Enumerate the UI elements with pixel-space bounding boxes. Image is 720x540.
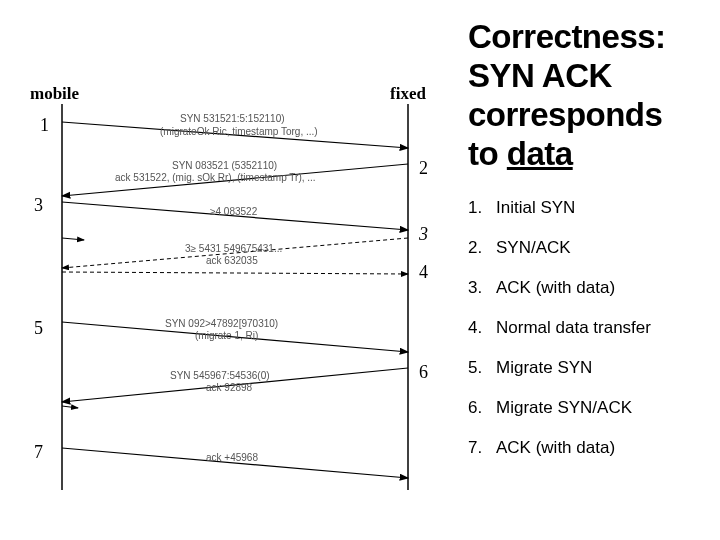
step-num-6: 6.	[468, 398, 496, 418]
msg-7: ack +45968	[206, 452, 258, 463]
list-item: 6. Migrate SYN/ACK	[468, 398, 704, 418]
step-text-7: ACK (with data)	[496, 438, 704, 458]
msg-4b: ack 632035	[206, 255, 258, 266]
step-num-1: 1.	[468, 198, 496, 218]
list-item: 2. SYN/ACK	[468, 238, 704, 258]
actor-fixed-label: fixed	[390, 84, 426, 104]
title-line-2: SYN ACK	[468, 57, 612, 94]
step-text-5: Migrate SYN	[496, 358, 704, 378]
seq-num-7: 7	[34, 442, 43, 463]
title-line-3: corresponds	[468, 96, 662, 133]
svg-line-10	[62, 406, 78, 408]
msg-2b: ack 531522, (mig. sOk Rr), (timestamp Tr…	[115, 172, 316, 183]
title-line-4a: to	[468, 135, 507, 172]
step-num-3: 3.	[468, 278, 496, 298]
seq-num-3: 3	[34, 195, 43, 216]
msg-5b: (migrate 1, Ri)	[195, 330, 258, 341]
steps-list: 1. Initial SYN 2. SYN/ACK 3. ACK (with d…	[468, 198, 704, 458]
step-num-4: 4.	[468, 318, 496, 338]
actor-mobile-label: mobile	[30, 84, 79, 104]
msg-6b: ack 92898	[206, 382, 252, 393]
seq-num-4: 4	[419, 262, 428, 283]
list-item: 3. ACK (with data)	[468, 278, 704, 298]
step-num-5: 5.	[468, 358, 496, 378]
step-num-7: 7.	[468, 438, 496, 458]
msg-2a: SYN 083521 (5352110)	[172, 160, 277, 171]
step-text-6: Migrate SYN/ACK	[496, 398, 704, 418]
msg-1a: SYN 531521:5:152110)	[180, 113, 285, 124]
title-line-1: Correctness:	[468, 18, 666, 55]
list-item: 7. ACK (with data)	[468, 438, 704, 458]
slide-title: Correctness: SYN ACK corresponds to data	[468, 18, 704, 174]
slide: mobile fixed 1 2 3 3 4 5 6 7 SYN 531521:…	[0, 0, 720, 540]
msg-4a: 3≥ 5431 549675431...	[185, 243, 282, 254]
seq-num-2: 2	[419, 158, 428, 179]
msg-1b: (migrateOk Ric, timestamp Torg, ...)	[160, 126, 318, 137]
msg-6a: SYN 545967:54536(0)	[170, 370, 270, 381]
list-item: 4. Normal data transfer	[468, 318, 704, 338]
seq-num-5: 5	[34, 318, 43, 339]
list-item: 5. Migrate SYN	[468, 358, 704, 378]
step-text-4: Normal data transfer	[496, 318, 704, 338]
msg-3: ≥4 083522	[210, 206, 257, 217]
list-item: 1. Initial SYN	[468, 198, 704, 218]
right-column: Correctness: SYN ACK corresponds to data…	[468, 18, 704, 478]
title-line-4b: data	[507, 135, 573, 172]
seq-num-3b: 3	[419, 224, 428, 245]
step-text-2: SYN/ACK	[496, 238, 704, 258]
seq-num-6: 6	[419, 362, 428, 383]
step-text-3: ACK (with data)	[496, 278, 704, 298]
seq-num-1: 1	[40, 115, 49, 136]
svg-line-7	[62, 272, 408, 274]
step-num-2: 2.	[468, 238, 496, 258]
svg-line-5	[62, 238, 84, 240]
msg-5a: SYN 092>47892[970310)	[165, 318, 278, 329]
step-text-1: Initial SYN	[496, 198, 704, 218]
